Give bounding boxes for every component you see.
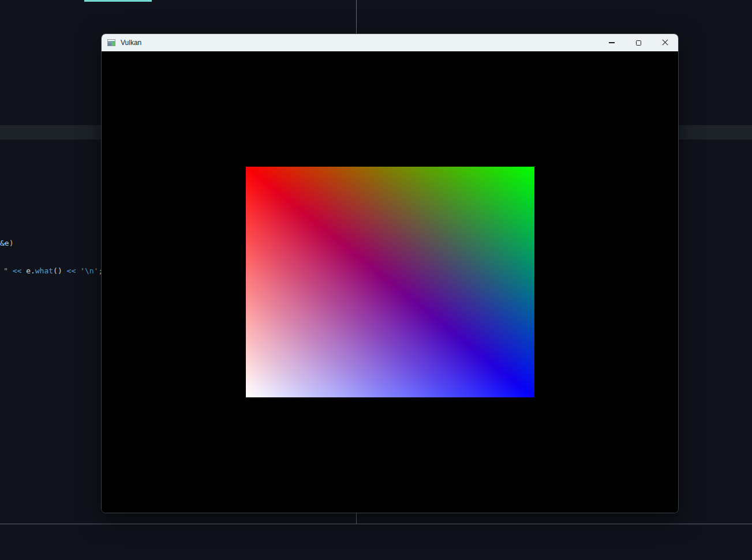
gradient-quad	[246, 167, 534, 397]
desktop: &e) " << e.what() << '\n'; Vulkan	[0, 0, 752, 560]
code-line[interactable]: " << e.what() << '\n';	[3, 266, 103, 276]
close-icon	[661, 39, 668, 46]
vulkan-window: Vulkan	[101, 33, 679, 513]
minimize-icon	[609, 42, 615, 43]
window-title: Vulkan	[121, 39, 141, 47]
vulkan-titlebar[interactable]: Vulkan	[102, 34, 678, 51]
code-line[interactable]: &e)	[0, 239, 13, 248]
maximize-icon	[636, 40, 641, 46]
window-controls	[598, 34, 678, 51]
active-tab-indicator	[84, 0, 152, 2]
maximize-button[interactable]	[625, 34, 652, 51]
vulkan-render-surface	[102, 51, 678, 513]
close-button[interactable]	[652, 34, 678, 51]
icon-pane-right	[111, 41, 115, 46]
vulkan-window-icon	[107, 39, 115, 46]
minimize-button[interactable]	[598, 34, 625, 51]
panel-divider-line[interactable]	[0, 524, 752, 524]
